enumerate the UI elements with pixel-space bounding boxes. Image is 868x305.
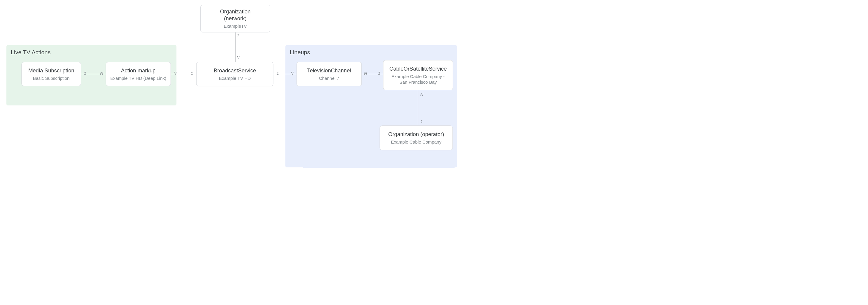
node-org-network-sub: ExampleTV <box>224 23 247 29</box>
node-action-markup: Action markup Example TV HD (Deep Link) <box>106 62 171 86</box>
card-broadcast-tv-a: 1 <box>277 71 279 76</box>
node-tvchannel-sub: Channel 7 <box>319 75 339 81</box>
node-media-subscription: Media Subscription Basic Subscription <box>22 62 81 86</box>
group-lineups-title: Lineups <box>290 49 453 56</box>
card-action-broadcast-a: N <box>174 71 177 76</box>
node-org-network-title: Organization(network) <box>220 8 251 22</box>
card-action-broadcast-b: 1 <box>191 71 193 76</box>
node-broadcast-title: BroadcastService <box>214 67 256 74</box>
card-broadcast-tv-b: N <box>290 71 293 76</box>
node-media-sub-title: Media Subscription <box>28 67 74 74</box>
card-media-action-a: 1 <box>84 71 87 76</box>
group-live-title: Live TV Actions <box>11 49 172 56</box>
node-media-sub-sub: Basic Subscription <box>33 75 70 81</box>
node-cable-title: CableOrSatelliteService <box>389 66 446 72</box>
node-orgop-sub: Example Cable Company <box>391 139 441 145</box>
card-org-broadcast-b: N <box>237 56 240 61</box>
node-organization-network: Organization(network) ExampleTV <box>200 5 270 32</box>
node-cable-or-satellite-service: CableOrSatelliteService Example Cable Co… <box>383 60 453 90</box>
node-action-title: Action markup <box>121 67 156 74</box>
node-orgop-title: Organization (operator) <box>388 131 444 138</box>
node-television-channel: TelevisionChannel Channel 7 <box>297 62 362 87</box>
node-broadcast-sub: Example TV HD <box>219 75 251 81</box>
diagram-canvas: Live TV Actions Lineups 1 N 1 N N 1 1 N … <box>0 0 463 163</box>
node-action-sub: Example TV HD (Deep Link) <box>110 75 166 81</box>
card-tv-cable-b: 1 <box>378 71 380 76</box>
card-cable-orgop-b: 1 <box>421 119 423 124</box>
card-media-action-b: N <box>100 71 103 76</box>
node-broadcast-service: BroadcastService Example TV HD <box>196 62 274 87</box>
node-tvchannel-title: TelevisionChannel <box>307 67 351 74</box>
node-organization-operator: Organization (operator) Example Cable Co… <box>380 125 453 150</box>
card-cable-orgop-a: N <box>420 92 423 97</box>
card-tv-cable-a: N <box>364 71 367 76</box>
node-cable-sub: Example Cable Company - San Francisco Ba… <box>387 74 449 85</box>
card-org-broadcast-a: 1 <box>237 33 239 38</box>
